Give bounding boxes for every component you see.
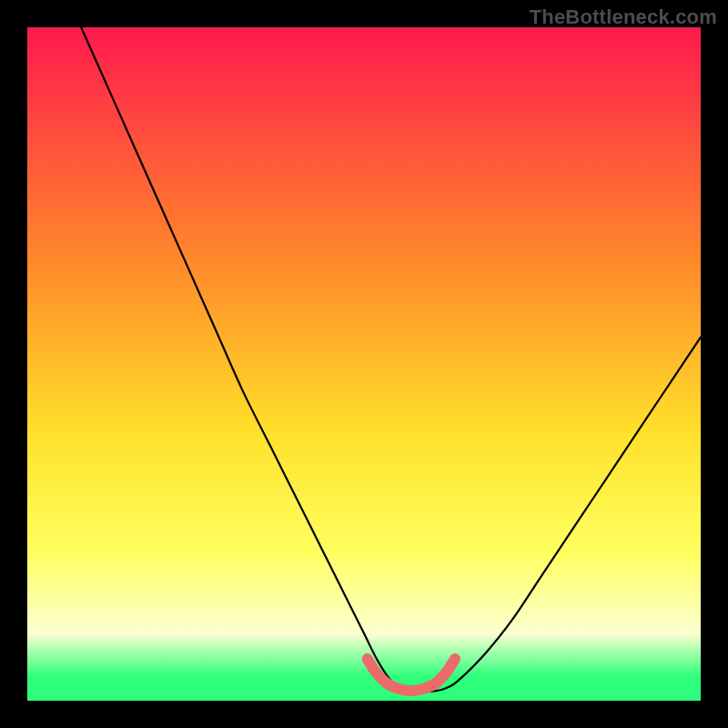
- plot-background: [27, 27, 701, 701]
- bottleneck-chart: [27, 27, 701, 701]
- watermark-text: TheBottleneck.com: [530, 5, 717, 29]
- chart-frame: TheBottleneck.com: [0, 0, 728, 728]
